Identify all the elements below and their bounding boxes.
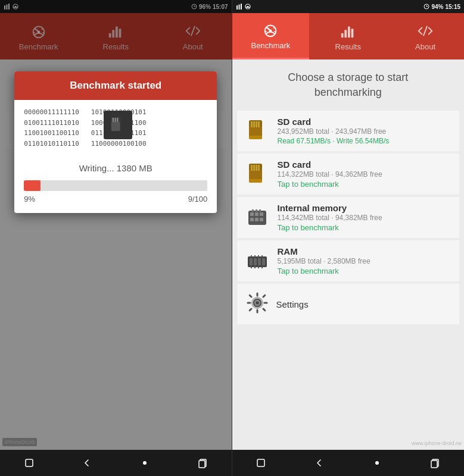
svg-rect-69 (262, 258, 265, 265)
storage-info-sdcard2-right: SD card 114,322MB total · 94,362MB free … (278, 159, 453, 189)
storage-item-sdcard1-right[interactable]: SD card 243,952MB total · 243,947MB free… (237, 111, 460, 151)
storage-info-ram-right: RAM 5,195MB total · 2,580MB free Tap to … (278, 246, 453, 275)
tab-benchmark-label-right: Benchmark (251, 41, 291, 50)
storage-info-sdcard1-right: SD card 243,952MB total · 243,947MB free… (278, 117, 453, 145)
svg-rect-82 (257, 459, 264, 466)
svg-rect-56 (250, 212, 254, 216)
modal-title-text: Benchmark started (70, 80, 161, 91)
svg-rect-66 (250, 258, 253, 265)
progress-bar-container (24, 180, 207, 191)
bottom-nav-left (0, 450, 232, 476)
progress-pct-label: 9% (24, 195, 35, 203)
tab-about-label-right: About (415, 42, 435, 51)
settings-item-right[interactable]: Settings (237, 284, 460, 324)
nav-btn-back-left[interactable] (75, 451, 99, 475)
svg-rect-76 (258, 266, 259, 268)
svg-rect-23 (117, 118, 118, 122)
svg-rect-57 (255, 212, 259, 216)
svg-rect-28 (236, 5, 238, 10)
storage-item-sdcard2-right[interactable]: SD card 114,322MB total · 94,362MB free … (237, 154, 460, 195)
right-phone-panel: 94% 15:15 Benchmark Results (232, 0, 465, 476)
svg-rect-77 (261, 266, 263, 268)
status-icons-right-left (236, 3, 251, 10)
page-title-right: Choose a storage to startbenchmarking (232, 60, 465, 108)
tab-results-right[interactable]: Results (309, 13, 387, 60)
svg-rect-85 (431, 461, 437, 468)
ram-icon-right (244, 248, 270, 274)
svg-rect-72 (258, 255, 259, 258)
svg-rect-73 (261, 255, 263, 258)
status-bar-right: 94% 15:15 (232, 0, 465, 13)
svg-point-81 (256, 302, 259, 305)
svg-rect-44 (258, 121, 260, 127)
settings-gear-icon-right (245, 291, 269, 317)
svg-rect-49 (251, 165, 253, 171)
settings-label-right: Settings (276, 299, 309, 309)
svg-rect-51 (256, 165, 257, 171)
svg-rect-41 (251, 121, 253, 127)
nav-btn-square-right[interactable] (249, 451, 273, 475)
storage-item-memory-right[interactable]: Internal memory 114,342MB total · 94,382… (237, 197, 460, 238)
svg-rect-38 (351, 29, 354, 37)
svg-rect-71 (254, 255, 256, 258)
svg-rect-52 (258, 165, 260, 171)
svg-rect-68 (258, 258, 261, 265)
memory-icon-right (244, 205, 270, 231)
svg-rect-21 (113, 118, 114, 122)
svg-rect-62 (252, 209, 254, 212)
nav-btn-recent-left[interactable] (191, 451, 214, 475)
progress-bar-fill (24, 180, 41, 191)
left-phone-panel: 96% 15:07 Benchmark Results (0, 0, 232, 476)
svg-rect-27 (199, 461, 205, 468)
sdcard-icon-2-right (244, 161, 270, 187)
progress-labels: 9% 9/100 (24, 195, 207, 203)
svg-rect-43 (256, 121, 257, 127)
svg-rect-63 (256, 209, 257, 212)
svg-rect-70 (251, 255, 252, 258)
nav-btn-recent-right[interactable] (423, 451, 447, 475)
svg-point-25 (143, 461, 147, 465)
svg-rect-59 (250, 218, 254, 221)
svg-rect-61 (260, 218, 263, 221)
svg-rect-58 (260, 212, 263, 216)
watermark-right: www.iphone-droid.ne (412, 440, 462, 446)
sdcard-icon-1-right (244, 118, 270, 144)
tab-benchmark-right[interactable]: Benchmark (232, 13, 310, 60)
svg-rect-37 (348, 26, 350, 37)
writing-status: Writing... 1380 MB (24, 163, 207, 173)
progress-count-label: 9/100 (188, 195, 208, 203)
modal-title-bar: Benchmark started (14, 71, 217, 100)
nav-btn-back-right[interactable] (307, 451, 331, 475)
svg-point-83 (375, 461, 379, 465)
svg-rect-29 (238, 5, 239, 10)
binary-display: 00000011111110 10100110000101 0100111101… (24, 107, 207, 155)
main-content-right: Choose a storage to startbenchmarking SD… (232, 60, 465, 450)
svg-rect-22 (115, 118, 116, 122)
nav-bar-right: Benchmark Results About (232, 13, 465, 60)
modal-overlay: Benchmark started 00000011111110 1010011… (0, 0, 232, 450)
nav-btn-dot-left[interactable] (133, 451, 157, 475)
svg-rect-30 (241, 4, 242, 10)
sd-card-animation (104, 111, 132, 139)
svg-rect-42 (253, 121, 255, 127)
svg-rect-60 (255, 218, 259, 221)
svg-rect-50 (253, 165, 255, 171)
nav-btn-dot-right[interactable] (365, 451, 389, 475)
svg-point-34 (270, 30, 272, 32)
time-right: 15:15 (445, 4, 460, 10)
status-icons-right-right: 94% 15:15 (423, 4, 460, 10)
storage-info-memory-right: Internal memory 114,342MB total · 94,382… (278, 203, 453, 232)
tab-about-right[interactable]: About (387, 13, 464, 60)
tab-results-label-right: Results (335, 42, 361, 51)
svg-rect-36 (345, 30, 347, 37)
svg-rect-75 (254, 266, 256, 268)
storage-item-ram-right[interactable]: RAM 5,195MB total · 2,580MB free Tap to … (237, 240, 460, 281)
bottom-nav-right (232, 450, 465, 476)
svg-rect-35 (341, 33, 344, 37)
svg-rect-46 (249, 136, 262, 139)
svg-rect-74 (251, 266, 252, 268)
svg-rect-67 (254, 258, 257, 265)
svg-rect-54 (249, 179, 262, 183)
nav-btn-square-left[interactable] (17, 451, 41, 475)
svg-rect-24 (26, 459, 33, 466)
